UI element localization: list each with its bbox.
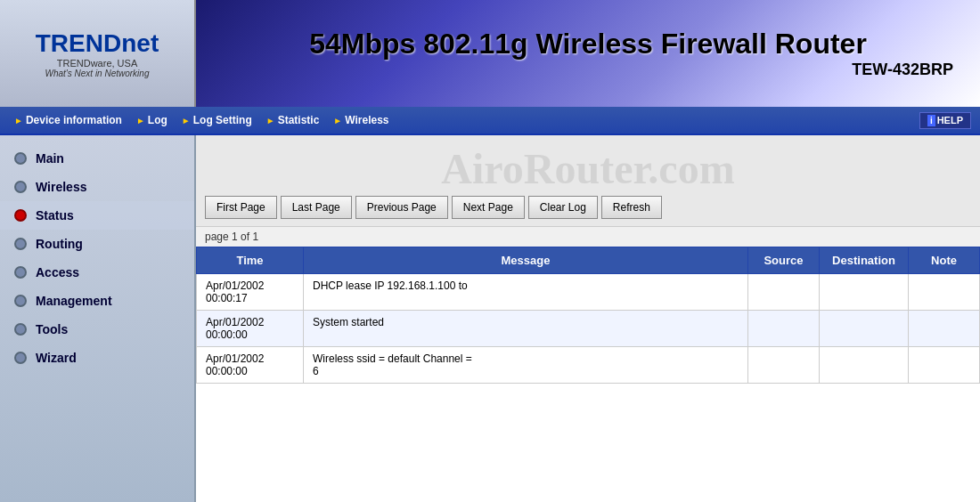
help-icon: i [927,115,935,126]
cell-note [909,311,980,347]
col-header-message: Message [304,247,748,274]
product-title: 54Mbps 802.11g Wireless Firewall Router [309,28,867,61]
sidebar-dot-icon [14,295,27,307]
sidebar-dot-icon [14,352,27,364]
cell-time: Apr/01/2002 00:00:00 [197,311,304,347]
nav-bar: ► Device information ► Log ► Log Setting… [0,107,980,135]
col-header-note: Note [909,247,980,274]
nav-statistic[interactable]: ► Statistic [261,112,325,128]
page-info: page 1 of 1 [196,227,980,247]
cell-message: System started [304,311,748,347]
nav-arrow-icon: ► [14,116,23,126]
sidebar: Main Wireless Status Routing Access Mana… [0,135,196,502]
cell-note [909,274,980,311]
nav-log[interactable]: ► Log [131,112,173,128]
refresh-button[interactable]: Refresh [601,196,662,219]
logo-tagline: What's Next in Networking [45,69,150,78]
cell-source [748,274,820,311]
logo-main: TRENDnet [36,29,159,58]
nav-arrow-icon: ► [136,116,145,126]
sidebar-item-tools[interactable]: Tools [0,315,194,344]
table-row: Apr/01/2002 00:00:00Wireless ssid = defa… [197,347,980,384]
cell-time: Apr/01/2002 00:00:00 [197,347,304,384]
logo-section: TRENDnet TRENDware, USA What's Next in N… [0,0,196,107]
table-header-row: Time Message Source Destination Note [197,247,980,274]
cell-message: DHCP lease IP 192.168.1.100 to [304,274,748,311]
sidebar-dot-icon [14,266,27,279]
col-header-destination: Destination [820,247,909,274]
watermark-area: AiroRouter.com [196,135,980,189]
sidebar-dot-icon [14,209,27,222]
pagination-buttons: First Page Last Page Previous Page Next … [196,189,980,227]
nav-device-information[interactable]: ► Device information [9,112,127,128]
first-page-button[interactable]: First Page [205,196,277,219]
sidebar-item-status[interactable]: Status [0,201,194,230]
sidebar-dot-icon [14,152,27,165]
product-model: TEW-432BRP [852,61,980,79]
cell-destination [820,274,909,311]
nav-wireless[interactable]: ► Wireless [328,112,394,128]
cell-source [748,311,820,347]
nav-arrow-icon: ► [182,116,191,126]
sidebar-item-routing[interactable]: Routing [0,230,194,258]
sidebar-item-main[interactable]: Main [0,144,194,173]
cell-source [748,347,820,384]
cell-destination [820,311,909,347]
cell-destination [820,347,909,384]
next-page-button[interactable]: Next Page [452,196,525,219]
sidebar-item-wizard[interactable]: Wizard [0,344,194,372]
sidebar-dot-icon [14,181,27,193]
nav-arrow-icon: ► [266,116,275,126]
cell-message: Wireless ssid = default Channel = 6 [304,347,748,384]
sidebar-dot-icon [14,238,27,250]
log-table-container: Time Message Source Destination Note Apr… [196,247,980,502]
table-row: Apr/01/2002 00:00:00System started [197,311,980,347]
sidebar-item-wireless[interactable]: Wireless [0,173,194,201]
content-area: AiroRouter.com First Page Last Page Prev… [196,135,980,502]
sidebar-item-management[interactable]: Management [0,287,194,315]
previous-page-button[interactable]: Previous Page [355,196,448,219]
sidebar-dot-icon [14,323,27,336]
clear-log-button[interactable]: Clear Log [528,196,598,219]
last-page-button[interactable]: Last Page [281,196,352,219]
watermark-text: AiroRouter.com [441,144,734,189]
cell-note [909,347,980,384]
nav-log-setting[interactable]: ► Log Setting [176,112,257,128]
cell-time: Apr/01/2002 00:00:17 [197,274,304,311]
sidebar-item-access[interactable]: Access [0,258,194,287]
header-title: 54Mbps 802.11g Wireless Firewall Router … [196,0,980,107]
col-header-time: Time [197,247,304,274]
table-row: Apr/01/2002 00:00:17DHCP lease IP 192.16… [197,274,980,311]
help-button[interactable]: i HELP [919,112,971,129]
nav-arrow-icon: ► [333,116,342,126]
logo-sub: TRENDware, USA [57,58,137,69]
log-table: Time Message Source Destination Note Apr… [196,247,980,384]
col-header-source: Source [748,247,820,274]
